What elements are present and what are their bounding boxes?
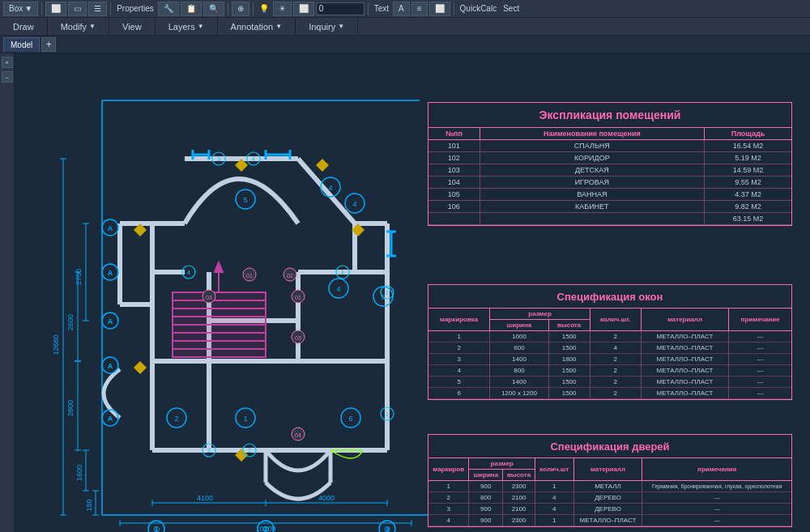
- view-label: View: [122, 22, 142, 32]
- draw-label: Draw: [13, 22, 34, 32]
- prop-btn-3[interactable]: 🔍: [203, 2, 224, 16]
- svg-text:03: 03: [206, 295, 212, 300]
- box-arrow: ▼: [24, 4, 32, 13]
- properties-label: Properties: [114, 4, 156, 13]
- expl-header-num: №пп: [428, 128, 480, 140]
- tab-model-label: Model: [11, 40, 32, 49]
- svg-text:A: A: [108, 224, 113, 232]
- svg-text:4: 4: [336, 285, 340, 293]
- windows-title: Спецификация окон: [557, 291, 663, 303]
- svg-text:3: 3: [217, 156, 220, 162]
- table-row: 1 1000 1500 2 МЕТАЛЛО–ПЛАСТ ---: [428, 331, 791, 343]
- text-btn-2[interactable]: ≡: [411, 2, 428, 16]
- sep3: [228, 2, 228, 15]
- doors-panel: Спецификация дверей маркиров размер коли…: [428, 434, 792, 527]
- svg-text:04: 04: [295, 432, 301, 438]
- table-row: 106 КАБИНЕТ 9.82 М2: [428, 201, 791, 213]
- box2-btn[interactable]: ⬜: [293, 2, 314, 16]
- sun-btn[interactable]: ☀: [273, 2, 292, 16]
- sidebar-btn-2[interactable]: –: [2, 71, 13, 83]
- svg-text:③: ③: [384, 526, 390, 532]
- svg-text:1: 1: [243, 415, 247, 423]
- snap-btn[interactable]: ⊕: [232, 2, 249, 16]
- layers-arrow: ▼: [198, 23, 204, 30]
- table-row: 104 ИГРОВАЯ 9.55 М2: [428, 177, 791, 189]
- annotation-tab[interactable]: Annotation ▼: [218, 18, 296, 36]
- explication-panel: Экспликация помещений №пп Наименование п…: [428, 102, 792, 226]
- tool-btn-2[interactable]: ▭: [68, 2, 87, 16]
- toolbar-top: Box ▼ ⬜ ▭ ☰ Properties 🔧 📋 🔍 ⊕ 💡 ☀ ⬜ Tex…: [0, 0, 810, 18]
- box-button[interactable]: Box ▼: [3, 2, 38, 16]
- svg-text:2: 2: [174, 415, 178, 423]
- svg-text:2: 2: [248, 448, 251, 453]
- table-row: 4 800 1500 2 МЕТАЛЛО–ПЛАСТ ---: [428, 365, 791, 377]
- left-sidebar: + –: [0, 53, 15, 532]
- explication-title: Экспликация помещений: [539, 109, 681, 121]
- table-row: 3 1400 1800 2 МЕТАЛЛО–ПЛАСТ ---: [428, 354, 791, 365]
- sidebar-btn-1[interactable]: +: [2, 57, 13, 68]
- table-row: 4 900 2300 1 МЕТАЛЛО–ПЛАСТ ---: [428, 515, 791, 526]
- light-icon: 💡: [257, 4, 271, 13]
- svg-text:2: 2: [207, 448, 211, 453]
- main-area: + –: [0, 53, 810, 532]
- sep1: [41, 2, 42, 15]
- view-tab[interactable]: View: [109, 18, 156, 36]
- sep6: [454, 2, 454, 15]
- door-header-mark: маркиров: [428, 458, 469, 481]
- draw-tab[interactable]: Draw: [0, 18, 48, 36]
- door-header-width: ширина: [469, 470, 503, 481]
- text-btn-3[interactable]: ⬜: [429, 2, 450, 16]
- table-row: 102 КОРИДОР 5.19 М2: [428, 152, 791, 164]
- annotation-label: Annotation: [231, 22, 274, 32]
- door-header-note: примечания: [642, 458, 791, 481]
- table-row: 103 ДЕТСКАЯ 14.59 М2: [428, 164, 791, 177]
- svg-text:4: 4: [187, 270, 190, 275]
- svg-text:150: 150: [85, 499, 93, 511]
- text-btn-1[interactable]: A: [393, 2, 410, 16]
- prop-btn-1[interactable]: 🔧: [158, 2, 179, 16]
- sep5: [368, 2, 369, 15]
- table-row: 6 1200 х 1200 1500 2 МЕТАЛЛО–ПЛАСТ ---: [428, 388, 791, 399]
- tab-model[interactable]: Model: [3, 37, 40, 52]
- svg-text:A: A: [108, 415, 113, 423]
- sep4: [253, 2, 254, 15]
- svg-text:②: ②: [262, 526, 269, 532]
- svg-text:03: 03: [295, 335, 301, 341]
- svg-text:02: 02: [287, 273, 293, 279]
- svg-text:01: 01: [295, 295, 301, 300]
- door-header-mat: материалл: [573, 458, 642, 481]
- win-header-width: ширина: [490, 320, 548, 331]
- svg-text:2: 2: [386, 290, 389, 296]
- win-header-size: размер: [490, 309, 590, 320]
- door-header-height: высота: [503, 470, 535, 481]
- prop-btn-2[interactable]: 📋: [181, 2, 202, 16]
- canvas-area[interactable]: 2700 2600 2800 1600 150 12680 4100 4000 …: [15, 53, 810, 532]
- doors-title: Спецификация дверей: [550, 440, 669, 453]
- svg-text:12680: 12680: [52, 334, 60, 355]
- annotation-arrow: ▼: [275, 23, 282, 30]
- svg-text:4: 4: [328, 184, 332, 192]
- layers-tab[interactable]: Layers ▼: [156, 18, 218, 36]
- tab-add-label: +: [46, 39, 52, 50]
- modify-tab[interactable]: Modify ▼: [48, 18, 109, 36]
- svg-text:5: 5: [243, 196, 247, 204]
- svg-text:2800: 2800: [66, 400, 75, 416]
- toolbar-second: Draw Modify ▼ View Layers ▼ Annotation ▼…: [0, 18, 810, 36]
- table-row: 101 СПАЛЬНЯ 16.54 М2: [428, 140, 791, 152]
- table-row: 3 900 2100 4 ДЕРЕВО ---: [428, 504, 791, 515]
- svg-text:①: ①: [153, 526, 160, 532]
- inquiry-tab[interactable]: Inquiry ▼: [296, 18, 358, 36]
- text-toolbar-label: Text: [372, 4, 391, 13]
- table-row: 2 600 1500 4 МЕТАЛЛО–ПЛАСТ ---: [428, 343, 791, 354]
- door-header-qty: колич.шт: [535, 458, 574, 481]
- svg-text:1: 1: [386, 411, 389, 417]
- svg-text:01: 01: [246, 273, 253, 279]
- door-header-size: размер: [469, 458, 535, 470]
- svg-text:A: A: [108, 317, 113, 326]
- win-header-mat: материалл: [641, 309, 729, 331]
- tab-add-button[interactable]: +: [41, 37, 56, 52]
- svg-text:A: A: [108, 269, 113, 277]
- tool-btn-1[interactable]: ⬜: [45, 2, 66, 16]
- tool-btn-3[interactable]: ☰: [88, 2, 107, 16]
- coord-input[interactable]: [316, 2, 364, 15]
